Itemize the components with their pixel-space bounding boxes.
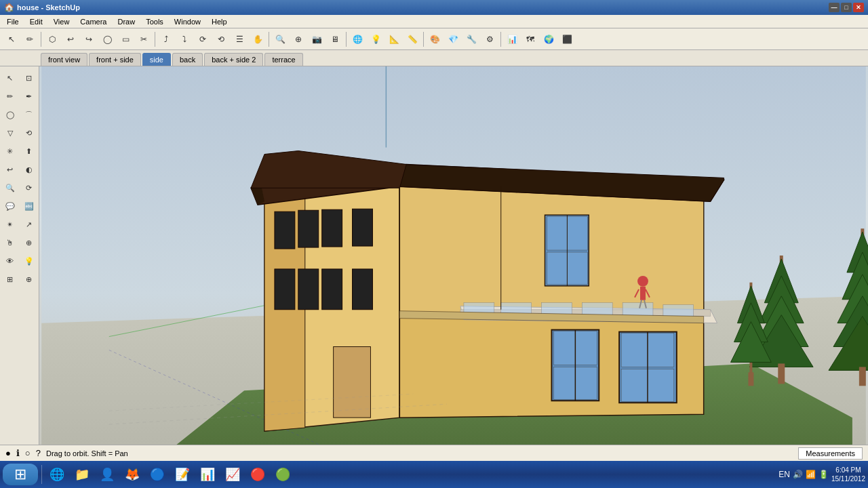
tray-network-icon[interactable]: 📶 — [806, 470, 816, 479]
svg-rect-30 — [334, 347, 371, 418]
toolbar-separator — [269, 32, 269, 47]
left-toolbar-btn-10[interactable]: ↩ — [1, 161, 19, 178]
toolbar-tool-18[interactable]: 🌐 — [349, 30, 366, 48]
toolbar-tool-13[interactable]: ✋ — [249, 30, 267, 48]
maximize-button[interactable]: □ — [841, 3, 852, 12]
scene-tab-front-view[interactable]: front view — [41, 53, 87, 66]
toolbar-tool-2[interactable]: ⬡ — [43, 30, 61, 48]
toolbar-tool-20[interactable]: 📐 — [385, 30, 403, 48]
menu-item-view[interactable]: View — [48, 16, 75, 27]
toolbar-tool-6[interactable]: ▭ — [117, 30, 134, 48]
toolbar-tool-15[interactable]: ⊕ — [290, 30, 307, 48]
toolbar-tool-27[interactable]: 🗺 — [521, 30, 539, 48]
scene-tab-side[interactable]: side — [142, 53, 171, 66]
titlebar-left: 🏠 house - SketchUp — [4, 3, 80, 12]
svg-rect-26 — [275, 269, 295, 310]
left-toolbar-btn-5[interactable]: ⌒ — [20, 106, 38, 123]
menu-item-tools[interactable]: Tools — [140, 16, 169, 27]
toolbar-tool-14[interactable]: 🔍 — [271, 30, 289, 48]
menu-item-help[interactable]: Help — [206, 16, 233, 27]
left-toolbar-pair-4: ◯⌒ — [1, 106, 38, 123]
left-toolbar-pair-14: 💬🔤 — [1, 197, 38, 215]
menu-item-window[interactable]: Window — [169, 16, 206, 27]
status-circle-icon[interactable]: ● — [5, 448, 11, 458]
left-toolbar-btn-0[interactable]: ↖ — [1, 69, 19, 87]
taskbar-app2-icon[interactable]: 🟢 — [271, 463, 294, 486]
menu-item-edit[interactable]: Edit — [24, 16, 48, 27]
left-toolbar-btn-20[interactable]: 👁 — [1, 252, 19, 270]
toolbar-tool-12[interactable]: ☰ — [231, 30, 248, 48]
taskbar-user-icon[interactable]: 👤 — [96, 463, 119, 486]
toolbar-tool-24[interactable]: 🔧 — [462, 30, 480, 48]
toolbar-tool-10[interactable]: ⟳ — [194, 30, 212, 48]
toolbar-tool-1[interactable]: ✏ — [21, 30, 39, 48]
toolbar-tool-4[interactable]: ↪ — [80, 30, 98, 48]
left-toolbar-pair-0: ↖⊡ — [1, 69, 38, 87]
taskbar-explorer-icon[interactable]: 📁 — [71, 463, 94, 486]
status-info-icon[interactable]: ℹ — [16, 448, 20, 458]
menu-item-draw[interactable]: Draw — [112, 16, 140, 27]
viewport[interactable] — [39, 66, 868, 445]
left-toolbar-btn-2[interactable]: ✏ — [1, 87, 19, 105]
taskbar-word-icon[interactable]: 📝 — [171, 463, 194, 486]
left-toolbar-btn-13[interactable]: ⟳ — [20, 179, 38, 197]
status-empty-icon[interactable]: ○ — [25, 448, 31, 458]
left-toolbar-btn-9[interactable]: ⬆ — [20, 142, 38, 160]
scene-tab-front-+-side[interactable]: front + side — [89, 53, 141, 66]
toolbar-tool-21[interactable]: 📏 — [403, 30, 421, 48]
menu-item-file[interactable]: File — [1, 16, 24, 27]
app-title: house - SketchUp — [17, 3, 80, 12]
scene-tab-terrace[interactable]: terrace — [264, 53, 302, 66]
toolbar-tool-7[interactable]: ✂ — [135, 30, 153, 48]
taskbar-ie-icon[interactable]: 🌐 — [45, 463, 68, 486]
toolbar-tool-16[interactable]: 📷 — [308, 30, 326, 48]
left-toolbar-btn-15[interactable]: 🔤 — [20, 197, 38, 215]
left-toolbar-btn-19[interactable]: ⊕ — [20, 234, 38, 251]
toolbar-tool-5[interactable]: ◯ — [98, 30, 116, 48]
toolbar-tool-19[interactable]: 💡 — [367, 30, 384, 48]
left-toolbar-btn-6[interactable]: ▽ — [1, 124, 19, 142]
left-toolbar-btn-11[interactable]: ◐ — [20, 161, 38, 178]
toolbar-tool-29[interactable]: ⬛ — [558, 30, 576, 48]
toolbar-tool-0[interactable]: ↖ — [3, 30, 20, 48]
toolbar-tool-9[interactable]: ⤵ — [176, 30, 193, 48]
toolbar-tool-23[interactable]: 💎 — [444, 30, 462, 48]
left-toolbar-btn-7[interactable]: ⟲ — [20, 124, 38, 142]
toolbar-tool-25[interactable]: ⚙ — [481, 30, 498, 48]
left-toolbar-btn-14[interactable]: 💬 — [1, 197, 19, 215]
menu-item-camera[interactable]: Camera — [75, 16, 112, 27]
taskbar-excel-icon[interactable]: 📊 — [196, 463, 219, 486]
taskbar-app1-icon[interactable]: 🔴 — [246, 463, 269, 486]
scene-tab-back-+-side-2[interactable]: back + side 2 — [204, 53, 263, 66]
left-toolbar-btn-21[interactable]: 💡 — [20, 252, 38, 270]
toolbar-tool-17[interactable]: 🖥 — [326, 30, 344, 48]
toolbar-tool-26[interactable]: 📊 — [503, 30, 521, 48]
taskbar-chrome-icon[interactable]: 🔵 — [146, 463, 169, 486]
start-button[interactable]: ⊞ — [3, 464, 38, 485]
taskbar-ppt-icon[interactable]: 📈 — [221, 463, 244, 486]
taskbar-firefox-icon[interactable]: 🦊 — [121, 463, 144, 486]
left-toolbar-btn-1[interactable]: ⊡ — [20, 69, 38, 87]
system-clock[interactable]: 6:04 PM 15/11/2012 — [831, 466, 865, 483]
toolbar-tool-28[interactable]: 🌍 — [540, 30, 557, 48]
left-toolbar-btn-12[interactable]: 🔍 — [1, 179, 19, 197]
left-toolbar-btn-8[interactable]: ✳ — [1, 142, 19, 160]
left-toolbar-btn-23[interactable]: ⊕ — [20, 270, 38, 288]
left-toolbar-btn-17[interactable]: ↗ — [20, 216, 38, 233]
left-toolbar-btn-18[interactable]: 🖱 — [1, 234, 19, 251]
left-toolbar-btn-22[interactable]: ⊞ — [1, 270, 19, 288]
tray-battery-icon[interactable]: 🔋 — [818, 470, 829, 479]
toolbar-tool-8[interactable]: ⤴ — [157, 30, 175, 48]
toolbar-tool-11[interactable]: ⟲ — [212, 30, 230, 48]
left-toolbar-btn-4[interactable]: ◯ — [1, 106, 19, 123]
tray-speaker-icon[interactable]: 🔊 — [793, 470, 803, 479]
toolbar-tool-22[interactable]: 🎨 — [426, 30, 443, 48]
status-help-icon[interactable]: ? — [36, 448, 41, 458]
left-toolbar-btn-16[interactable]: ✴ — [1, 216, 19, 233]
scene-tab-back[interactable]: back — [172, 53, 203, 66]
close-button[interactable]: ✕ — [853, 3, 864, 12]
left-toolbar-pair-22: ⊞⊕ — [1, 270, 38, 288]
toolbar-tool-3[interactable]: ↩ — [62, 30, 79, 48]
minimize-button[interactable]: — — [829, 3, 840, 12]
left-toolbar-btn-3[interactable]: ✒ — [20, 87, 38, 105]
